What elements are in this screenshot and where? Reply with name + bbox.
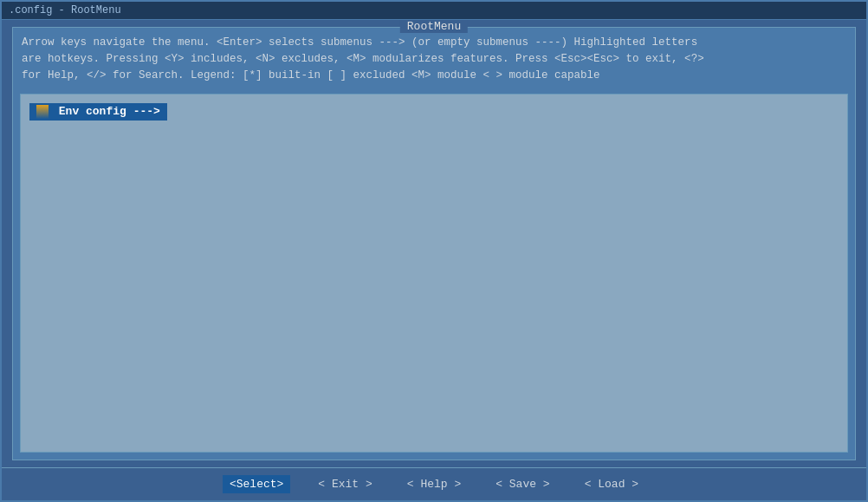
help-button[interactable]: < Help > (400, 475, 468, 493)
main-window: .config - RootMenu RootMenu Arrow keys n… (0, 0, 868, 502)
window-title: .config - RootMenu (9, 4, 121, 16)
select-button[interactable]: <Select> (223, 475, 290, 493)
help-text: Arrow keys navigate the menu. <Enter> se… (13, 28, 855, 90)
help-line1: Arrow keys navigate the menu. <Enter> se… (22, 35, 846, 51)
save-button[interactable]: < Save > (489, 475, 556, 493)
panel-title: RootMenu (400, 20, 468, 33)
menu-area[interactable]: Env config ---> (20, 94, 848, 453)
help-line2: are hotkeys. Pressing <Y> includes, <N> … (22, 51, 846, 68)
title-bar: .config - RootMenu (2, 2, 866, 20)
menu-item-env-config[interactable]: Env config ---> (29, 103, 167, 121)
root-menu-panel: RootMenu Arrow keys navigate the menu. <… (12, 27, 856, 460)
exit-button[interactable]: < Exit > (311, 475, 379, 493)
menu-item-label: Env config ---> (59, 106, 160, 119)
help-line3: for Help, </> for Search. Legend: [*] bu… (22, 68, 846, 84)
menu-item-icon (36, 105, 49, 119)
load-button[interactable]: < Load > (578, 475, 645, 493)
main-content: RootMenu Arrow keys navigate the menu. <… (2, 20, 866, 467)
button-bar: <Select> < Exit > < Help > < Save > < Lo… (2, 467, 866, 500)
